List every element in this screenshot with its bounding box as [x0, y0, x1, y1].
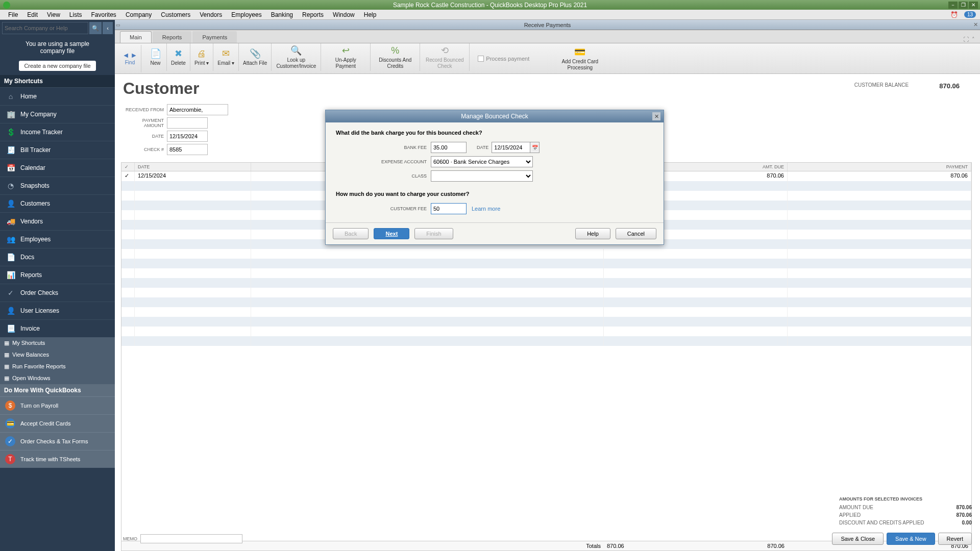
notification-badge[interactable]: 13 — [964, 11, 976, 18]
process-payment-label: Process payment — [486, 56, 529, 62]
action-track-time-with-tsheets[interactable]: TTrack time with TSheets — [0, 450, 115, 468]
toolbar-email[interactable]: ✉Email ▾ — [213, 43, 239, 71]
table-row[interactable] — [121, 249, 971, 259]
table-row[interactable] — [121, 317, 971, 327]
date-input[interactable] — [167, 131, 208, 142]
tab-reports[interactable]: Reports — [153, 31, 192, 43]
menu-company[interactable]: Company — [121, 10, 156, 19]
table-row[interactable] — [121, 307, 971, 317]
revert-button[interactable]: Revert — [938, 533, 972, 545]
dialog-date-input[interactable] — [492, 142, 530, 153]
col-date[interactable]: DATE — [135, 163, 251, 171]
subwindow-title: Receive Payments — [524, 22, 571, 28]
next-arrow[interactable]: ► — [131, 51, 138, 60]
sidebar-item-employees[interactable]: 👥Employees — [0, 230, 115, 248]
toolbar-attach-file[interactable]: 📎Attach File — [239, 43, 272, 71]
menu-vendors[interactable]: Vendors — [195, 10, 226, 19]
menu-edit[interactable]: Edit — [23, 10, 42, 19]
customer-fee-input[interactable] — [431, 203, 467, 214]
chevron-up-icon[interactable]: ˄ — [972, 36, 975, 43]
sidebar-item-income-tracker[interactable]: 💲Income Tracker — [0, 123, 115, 141]
minimize-button[interactable]: － — [948, 2, 958, 9]
calendar-icon[interactable]: 📅 — [530, 142, 540, 153]
check-input[interactable] — [167, 144, 208, 155]
prev-arrow[interactable]: ◄ — [122, 51, 130, 60]
menu-help[interactable]: Help — [360, 10, 381, 19]
menu-file[interactable]: File — [4, 10, 22, 19]
section-view-balances[interactable]: ▦View Balances — [0, 349, 115, 361]
add-cc-processing[interactable]: 💳 Add Credit Card Processing — [553, 45, 607, 72]
process-payment-checkbox[interactable] — [478, 56, 484, 62]
class-select[interactable] — [431, 170, 533, 182]
find-label[interactable]: Find — [125, 60, 135, 66]
sidebar-item-home[interactable]: ⌂Home — [0, 87, 115, 105]
sidebar-item-reports[interactable]: 📊Reports — [0, 266, 115, 284]
menu-window[interactable]: Window — [329, 10, 359, 19]
col-payment[interactable]: PAYMENT — [788, 163, 971, 171]
table-row[interactable] — [121, 336, 971, 346]
learn-more-link[interactable]: Learn more — [472, 206, 500, 212]
table-row[interactable] — [121, 327, 971, 336]
dialog-titlebar[interactable]: Manage Bounced Check ✕ — [326, 110, 664, 122]
menu-reports[interactable]: Reports — [298, 10, 328, 19]
sidebar-item-my-company[interactable]: 🏢My Company — [0, 105, 115, 123]
help-button[interactable]: Help — [575, 228, 610, 239]
table-row[interactable] — [121, 268, 971, 278]
payment-amount-input[interactable] — [167, 117, 208, 129]
sidebar-item-invoice[interactable]: 📃Invoice — [0, 319, 115, 337]
create-company-button[interactable]: Create a new company file — [19, 61, 95, 71]
back-button[interactable]: Back — [333, 228, 369, 239]
memo-input[interactable] — [140, 534, 242, 543]
sidebar-item-user-licenses[interactable]: 👤User Licenses — [0, 302, 115, 319]
cancel-button[interactable]: Cancel — [616, 228, 656, 239]
menu-banking[interactable]: Banking — [267, 10, 297, 19]
toolbar-print[interactable]: 🖨Print ▾ — [190, 43, 213, 71]
save-close-button[interactable]: Save & Close — [832, 533, 884, 545]
table-row[interactable] — [121, 288, 971, 297]
subwindow-close-button[interactable]: ✕ — [973, 21, 978, 28]
table-row[interactable] — [121, 278, 971, 288]
dialog-close-button[interactable]: ✕ — [652, 112, 660, 120]
close-button[interactable]: ✕ — [969, 2, 978, 9]
action-order-checks-tax-forms[interactable]: ✓Order Checks & Tax Forms — [0, 432, 115, 450]
toolbar-delete[interactable]: ✖Delete — [167, 43, 190, 71]
search-input[interactable] — [2, 22, 88, 34]
expand-icon[interactable]: ⛶ — [963, 36, 969, 43]
toolbar-un-apply-payment[interactable]: ↩Un-Apply Payment — [321, 43, 371, 71]
bank-fee-input[interactable] — [431, 142, 467, 153]
menu-employees[interactable]: Employees — [227, 10, 265, 19]
sidebar-item-calendar[interactable]: 📅Calendar — [0, 159, 115, 177]
table-row[interactable] — [121, 297, 971, 307]
next-button[interactable]: Next — [374, 228, 409, 239]
section-open-windows[interactable]: ▦Open Windows — [0, 372, 115, 384]
finish-button[interactable]: Finish — [414, 228, 453, 239]
sidebar-item-vendors[interactable]: 🚚Vendors — [0, 212, 115, 230]
tab-main[interactable]: Main — [120, 31, 152, 43]
sidebar-item-customers[interactable]: 👤Customers — [0, 194, 115, 212]
sidebar-item-docs[interactable]: 📄Docs — [0, 248, 115, 266]
toolbar-new[interactable]: 📄New — [144, 43, 167, 71]
toolbar-discounts-and-credits[interactable]: %Discounts And Credits — [371, 43, 420, 71]
sidebar-item-order-checks[interactable]: ✓Order Checks — [0, 284, 115, 302]
section-run-favorite-reports[interactable]: ▦Run Favorite Reports — [0, 361, 115, 372]
reminders-icon[interactable]: ⏰ — [946, 10, 962, 19]
action-accept-credit-cards[interactable]: 💳Accept Credit Cards — [0, 414, 115, 432]
section-my-shortcuts[interactable]: ▦My Shortcuts — [0, 337, 115, 349]
action-turn-on-payroll[interactable]: $Turn on Payroll — [0, 396, 115, 414]
menu-lists[interactable]: Lists — [65, 10, 86, 19]
maximize-button[interactable]: ❐ — [959, 2, 968, 9]
save-new-button[interactable]: Save & New — [887, 533, 935, 545]
sidebar-item-snapshots[interactable]: ◔Snapshots — [0, 177, 115, 194]
table-row[interactable] — [121, 259, 971, 268]
expense-account-select[interactable]: 60600 · Bank Service Charges — [431, 156, 533, 167]
received-from-input[interactable] — [167, 104, 228, 115]
search-button[interactable]: 🔍 — [89, 22, 102, 34]
menu-customers[interactable]: Customers — [157, 10, 194, 19]
toolbar-look-up-customer-invoice[interactable]: 🔍Look up Customer/Invoice — [272, 43, 321, 71]
collapse-sidebar-button[interactable]: ‹ — [103, 22, 113, 34]
menu-view[interactable]: View — [43, 10, 64, 19]
menu-favorites[interactable]: Favorites — [87, 10, 120, 19]
sidebar-item-bill-tracker[interactable]: 🧾Bill Tracker — [0, 141, 115, 159]
tab-payments[interactable]: Payments — [192, 31, 237, 43]
subwin-sys-icon[interactable]: ▭ — [116, 22, 120, 28]
